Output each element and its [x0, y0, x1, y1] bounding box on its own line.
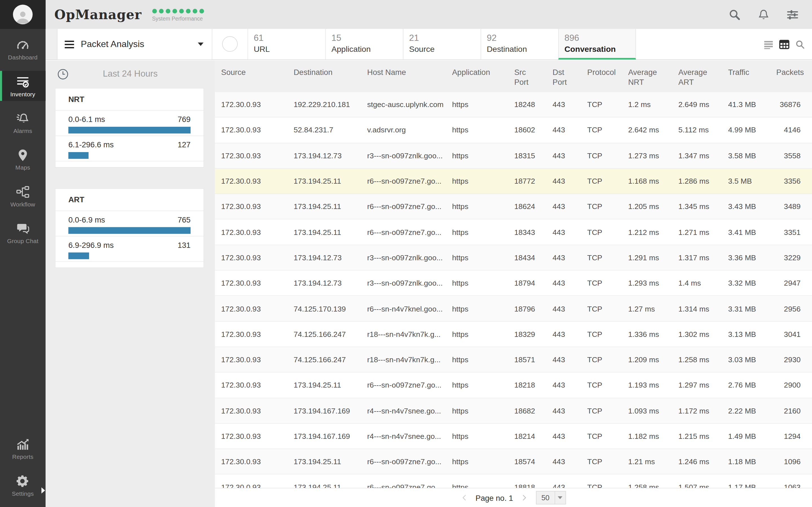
table-search-icon[interactable] — [795, 40, 805, 49]
cell-average-art: 1.286 ms — [672, 177, 722, 185]
cell-traffic: 3.32 MB — [722, 279, 770, 287]
sidebar-item-reports[interactable]: Reports — [0, 434, 46, 464]
column-header-source[interactable]: Source — [215, 61, 287, 77]
table-row[interactable]: 172.30.0.9374.125.166.247r18---sn-n4v7kn… — [215, 347, 812, 373]
table-row[interactable]: 172.30.0.93173.194.25.11r6---sn-o097zne7… — [215, 449, 812, 475]
grid-view-icon[interactable] — [779, 39, 790, 50]
cell-src-port: 18796 — [508, 304, 546, 313]
page-size-select[interactable]: 50 — [536, 491, 566, 504]
column-header-average-nrt[interactable]: Average NRT — [622, 61, 672, 87]
cell-dst-port: 443 — [546, 381, 581, 389]
column-header-destination[interactable]: Destination — [287, 61, 361, 77]
cell-average-art: 1.4 ms — [672, 279, 722, 287]
cell-dst-port: 443 — [546, 177, 581, 185]
cell-application: https — [446, 126, 508, 134]
chart-bar-row[interactable]: 0.0-6.9 ms765 — [56, 211, 204, 236]
table-row[interactable]: 172.30.0.9374.125.166.247r18---sn-n4v7kn… — [215, 322, 812, 347]
notifications-bell-icon[interactable] — [758, 8, 769, 20]
cell-average-art: 1.215 ms — [672, 432, 722, 440]
search-icon[interactable] — [728, 8, 741, 20]
column-header-packets[interactable]: Packets — [770, 61, 812, 77]
cell-src-port: 18624 — [508, 203, 546, 211]
cell-dst-port: 443 — [546, 457, 581, 466]
tab-destination[interactable]: 92Destination — [480, 29, 558, 59]
cell-average-art: 1.347 ms — [672, 152, 722, 160]
cell-application: https — [446, 330, 508, 338]
table-row[interactable]: 172.30.0.9352.84.231.7v.adsrvr.orghttps1… — [215, 117, 812, 143]
user-avatar[interactable] — [0, 0, 46, 29]
settings-sliders-icon[interactable] — [786, 8, 799, 20]
table-row[interactable]: 172.30.0.93192.229.210.181stgec-ausc.upl… — [215, 92, 812, 118]
sidebar-item-workflow[interactable]: Workflow — [0, 181, 46, 211]
cell-host-name: r18---sn-n4v7kn7k.g... — [361, 355, 446, 363]
cell-source: 172.30.0.93 — [215, 101, 287, 109]
cell-average-nrt: 1.273 ms — [622, 152, 672, 160]
tab-application[interactable]: 15Application — [325, 29, 403, 59]
chart-bar-row[interactable]: 6.1-296.6 ms127 — [56, 135, 204, 161]
cell-destination: 173.194.167.169 — [287, 432, 361, 440]
time-range-selector[interactable]: Last 24 Hours — [46, 65, 215, 83]
cell-dst-port: 443 — [546, 355, 581, 363]
column-header-protocol[interactable]: Protocol — [581, 61, 622, 77]
column-header-src-port[interactable]: Src Port — [508, 61, 546, 87]
column-header-traffic[interactable]: Traffic — [722, 61, 770, 77]
table-row[interactable]: 172.30.0.93173.194.25.11r6---sn-o097zne7… — [215, 169, 812, 194]
list-view-icon[interactable] — [764, 40, 773, 49]
sidebar-item-group-chat[interactable]: Group Chat — [0, 218, 46, 248]
cell-traffic: 1.49 MB — [722, 432, 770, 440]
gear-icon — [16, 474, 30, 488]
cell-dst-port: 443 — [546, 126, 581, 134]
status-circle — [222, 36, 238, 52]
chart-bar-row[interactable]: 0.0-6.1 ms769 — [56, 110, 204, 135]
table-row[interactable]: 172.30.0.93173.194.12.73r3---sn-o097znlk… — [215, 245, 812, 271]
next-page-icon[interactable] — [520, 494, 528, 501]
cell-protocol: TCP — [581, 279, 622, 287]
sidebar-item-maps[interactable]: Maps — [0, 144, 46, 174]
chart-bar-row[interactable]: 6.9-296.9 ms131 — [56, 236, 204, 262]
table-row[interactable]: 172.30.0.93173.194.25.11r6---sn-o097zne7… — [215, 373, 812, 398]
cell-average-nrt: 1.168 ms — [622, 177, 672, 185]
module-selector-dropdown[interactable]: Packet Analysis — [57, 29, 212, 59]
cell-packets: 2160 — [770, 406, 812, 414]
table-row[interactable]: 172.30.0.93173.194.25.11r6---sn-o097zne7… — [215, 220, 812, 245]
cell-source: 172.30.0.93 — [215, 432, 287, 440]
cell-application: https — [446, 381, 508, 389]
cell-destination: 74.125.166.247 — [287, 355, 361, 363]
cell-source: 172.30.0.93 — [215, 355, 287, 363]
table-row[interactable]: 172.30.0.93173.194.167.169r4---sn-n4v7sn… — [215, 424, 812, 449]
table-row[interactable]: 172.30.0.93173.194.12.73r3---sn-o097znlk… — [215, 271, 812, 296]
tab-conversation[interactable]: 896Conversation — [558, 29, 636, 59]
cell-application: https — [446, 432, 508, 440]
sidebar-item-settings[interactable]: Settings — [0, 470, 46, 501]
cell-host-name: stgec-ausc.uplynk.com — [361, 101, 446, 109]
sidebar-item-alarms[interactable]: Alarms — [0, 108, 46, 138]
toolbar: Packet Analysis 61URL15Application21Sour… — [46, 29, 812, 60]
sidebar-item-inventory[interactable]: Inventory — [0, 71, 46, 101]
prev-page-icon[interactable] — [461, 494, 468, 501]
column-header-average-art[interactable]: Average ART — [672, 61, 722, 87]
column-header-dst-port[interactable]: Dst Port — [546, 61, 581, 87]
cell-traffic: 3.03 MB — [722, 355, 770, 363]
tab-source[interactable]: 21Source — [403, 29, 481, 59]
sidebar-item-dashboard[interactable]: Dashboard — [0, 34, 46, 64]
table-row[interactable]: 172.30.0.93173.194.25.11r6---sn-o097zne7… — [215, 194, 812, 220]
table-row[interactable]: 172.30.0.93173.194.12.73r3---sn-o097znlk… — [215, 143, 812, 169]
topbar: OpManager System Performance — [46, 0, 812, 29]
bar-fill — [68, 252, 89, 259]
cell-src-port: 18794 — [508, 279, 546, 287]
chart-footer — [56, 262, 204, 268]
cell-host-name: r3---sn-o097znlk.goo... — [361, 253, 446, 262]
cell-protocol: TCP — [581, 304, 622, 313]
bar-track — [68, 252, 190, 259]
column-header-host-name[interactable]: Host Name — [361, 61, 446, 77]
cell-protocol: TCP — [581, 406, 622, 414]
status-subtitle: System Performance — [152, 15, 204, 21]
tab-url[interactable]: 61URL — [248, 29, 325, 59]
cell-traffic: 3.41 MB — [722, 228, 770, 236]
cell-protocol: TCP — [581, 101, 622, 109]
column-header-application[interactable]: Application — [446, 61, 508, 77]
tab-count: 21 — [409, 33, 480, 44]
sidebar-item-label: Group Chat — [7, 238, 38, 244]
table-row[interactable]: 172.30.0.9374.125.170.139r6---sn-n4v7kne… — [215, 296, 812, 322]
table-row[interactable]: 172.30.0.93173.194.167.169r4---sn-n4v7sn… — [215, 398, 812, 424]
